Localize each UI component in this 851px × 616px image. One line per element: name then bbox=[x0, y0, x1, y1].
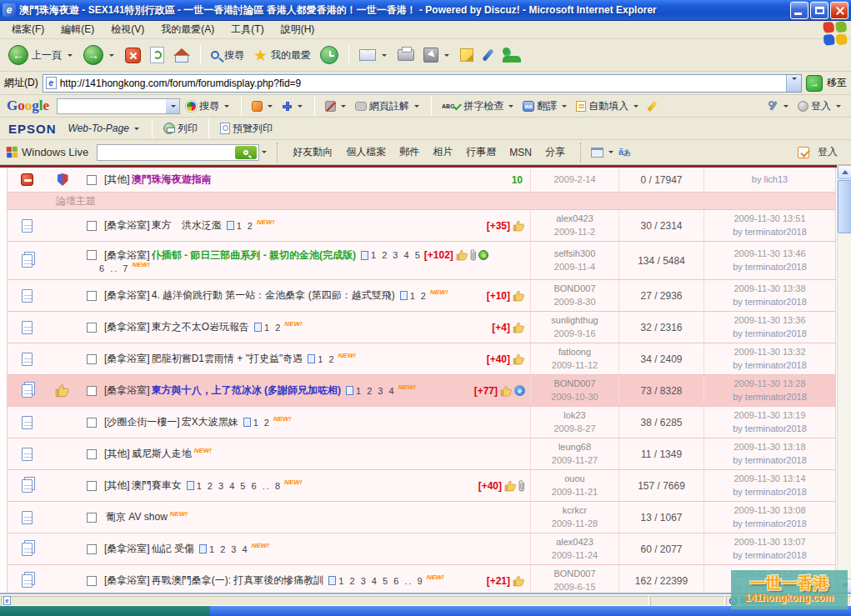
google-bookmarks-button[interactable] bbox=[250, 100, 276, 113]
thread-title-link[interactable]: 澳門珠海夜遊指南 bbox=[132, 173, 212, 187]
thread-title-link[interactable]: 澳門賽車女 bbox=[132, 478, 182, 493]
live-search-button[interactable] bbox=[235, 146, 257, 159]
live-link-mail[interactable]: 郵件 bbox=[399, 145, 419, 159]
thread-author-link[interactable]: selfsih300 bbox=[531, 248, 618, 260]
live-link-calendar[interactable]: 行事曆 bbox=[466, 145, 496, 159]
live-options-button[interactable] bbox=[796, 146, 811, 159]
thread-pages-more[interactable]: 6 .. 7 bbox=[99, 263, 129, 273]
thread-author-link[interactable]: sunlighthug bbox=[531, 314, 618, 327]
thread-checkbox[interactable] bbox=[87, 576, 97, 586]
thread-checkbox[interactable] bbox=[87, 386, 97, 396]
thread-pages[interactable]: 1 2 3 4 bbox=[194, 544, 249, 554]
live-link-photos[interactable]: 相片 bbox=[433, 145, 453, 159]
lastpost-author-link[interactable]: by terminator2018 bbox=[704, 359, 835, 372]
back-button[interactable]: ← 上一頁 bbox=[5, 43, 78, 67]
address-input[interactable]: e http://141hongkong.com/forum/forumdisp… bbox=[43, 74, 802, 93]
google-search-dropdown[interactable] bbox=[166, 99, 179, 113]
note-button[interactable] bbox=[457, 47, 477, 63]
favorites-button[interactable]: ★ 我的最愛 bbox=[250, 47, 314, 64]
web-to-page-button[interactable]: Web-To-Page bbox=[67, 122, 143, 135]
thread-checkbox[interactable] bbox=[87, 291, 97, 301]
thread-checkbox[interactable] bbox=[87, 481, 97, 491]
scroll-up-button[interactable] bbox=[838, 165, 851, 179]
live-link-share[interactable]: 分享 bbox=[545, 145, 565, 159]
thread-pages[interactable]: 1 2 bbox=[222, 221, 254, 231]
menu-tools[interactable]: 工具(T) bbox=[223, 21, 272, 38]
google-search-button[interactable]: 搜尋 bbox=[184, 98, 233, 114]
lastpost-author-link[interactable]: by lich13 bbox=[704, 173, 835, 186]
thread-pages[interactable]: 1 2 3 4 bbox=[341, 386, 396, 396]
go-button[interactable]: → bbox=[806, 75, 823, 92]
lastpost-author-link[interactable]: by terminator2018 bbox=[704, 261, 835, 273]
thread-title-link[interactable]: 肥龍初嘗D1雲雨情 + "打史益"奇遇 bbox=[152, 352, 303, 366]
thread-title-link[interactable]: 東方之不太O岩玩報告 bbox=[152, 320, 249, 334]
thread-checkbox[interactable] bbox=[87, 354, 97, 364]
thread-pages[interactable]: 1 2 bbox=[395, 291, 428, 301]
thread-pages[interactable]: 1 2 bbox=[238, 418, 271, 428]
thread-checkbox[interactable] bbox=[87, 323, 97, 333]
thread-title-link[interactable]: 宏X大波黑妹 bbox=[182, 415, 238, 429]
thread-pages[interactable]: 1 2 bbox=[249, 323, 282, 333]
thread-checkbox[interactable] bbox=[87, 175, 97, 185]
menu-view[interactable]: 檢視(V) bbox=[103, 21, 153, 38]
home-button[interactable] bbox=[170, 47, 193, 64]
lastpost-author-link[interactable]: by terminator2018 bbox=[704, 391, 835, 403]
thread-author-link[interactable]: kcrkcr bbox=[531, 504, 618, 517]
minimize-button[interactable] bbox=[790, 2, 808, 19]
thread-title-link[interactable]: 東方 洪水泛濫 bbox=[152, 218, 222, 233]
lastpost-author-link[interactable]: by terminator2018 bbox=[704, 549, 835, 562]
lastpost-author-link[interactable]: by terminator2018 bbox=[704, 486, 835, 498]
thread-author-link[interactable]: leung68 bbox=[531, 441, 618, 453]
lastpost-author-link[interactable]: by terminator2018 bbox=[704, 518, 835, 530]
vertical-scrollbar[interactable] bbox=[837, 165, 851, 593]
live-search-input[interactable] bbox=[97, 144, 259, 161]
thread-title-link[interactable]: 再戰澳門桑拿(一): 打真軍後的慘痛教訓 bbox=[152, 573, 324, 588]
discuss-button[interactable] bbox=[479, 47, 497, 63]
history-button[interactable] bbox=[317, 44, 342, 66]
sidewiki-button[interactable]: 網頁註解 bbox=[353, 98, 423, 114]
thread-pages[interactable]: 1 2 3 4 5 6 .. 9 bbox=[323, 576, 423, 586]
lastpost-author-link[interactable]: by terminator2018 bbox=[704, 226, 835, 238]
thread-checkbox[interactable] bbox=[87, 250, 97, 260]
edit-button[interactable] bbox=[420, 46, 454, 64]
thread-pages[interactable]: 1 2 3 4 5 bbox=[356, 250, 422, 260]
live-link-profile[interactable]: 個人檔案 bbox=[346, 145, 386, 159]
thread-checkbox[interactable] bbox=[87, 418, 97, 428]
lastpost-author-link[interactable]: by terminator2018 bbox=[704, 454, 835, 467]
popup-blocker-button[interactable] bbox=[323, 100, 349, 113]
windows-taskbar[interactable] bbox=[0, 606, 851, 616]
thread-title-link[interactable]: 威尼斯人走地 bbox=[132, 447, 192, 461]
thread-checkbox[interactable] bbox=[87, 513, 97, 523]
live-translate-button[interactable]: āあ bbox=[617, 146, 633, 159]
live-signin-button[interactable]: 登入 bbox=[818, 145, 838, 159]
google-settings-button[interactable] bbox=[766, 100, 792, 113]
highlighter-button[interactable] bbox=[646, 100, 658, 113]
spellcheck-button[interactable]: ABC 拼字檢查 bbox=[440, 98, 517, 114]
thread-checkbox[interactable] bbox=[87, 544, 97, 554]
live-link-whats-new[interactable]: 好友動向 bbox=[293, 145, 333, 159]
thread-author-link[interactable]: alex0423 bbox=[531, 536, 618, 548]
thread-title-link[interactable]: 4. 越洋偷跳行動 第一站：金池桑拿 (第四節：越式雙飛) bbox=[152, 288, 395, 303]
menu-file[interactable]: 檔案(F) bbox=[3, 21, 53, 38]
lastpost-author-link[interactable]: by terminator2018 bbox=[704, 328, 835, 340]
thread-title-link[interactable]: 葡京 AV show bbox=[106, 510, 168, 524]
close-button[interactable] bbox=[830, 2, 848, 19]
thread-title-link[interactable]: 仙記 受傷 bbox=[152, 542, 194, 556]
thread-checkbox[interactable] bbox=[87, 221, 97, 231]
maximize-button[interactable] bbox=[810, 2, 828, 19]
thread-checkbox[interactable] bbox=[87, 449, 97, 459]
address-dropdown[interactable] bbox=[786, 75, 801, 92]
autofill-button[interactable]: 自動填入 bbox=[574, 98, 642, 114]
google-add-button[interactable] bbox=[280, 100, 306, 113]
mail-button[interactable] bbox=[356, 48, 392, 63]
thread-author-link[interactable]: BOND007 bbox=[531, 283, 618, 295]
messenger-button[interactable] bbox=[499, 46, 526, 64]
thread-author-link[interactable]: alex0423 bbox=[531, 213, 618, 225]
thread-author-link[interactable]: lok23 bbox=[531, 409, 618, 422]
thread-author-link[interactable]: BOND007 bbox=[531, 568, 618, 580]
lastpost-author-link[interactable]: by terminator2018 bbox=[704, 296, 835, 308]
menu-help[interactable]: 說明(H) bbox=[273, 21, 323, 38]
scrollbar-thumb[interactable] bbox=[838, 180, 851, 233]
google-search-input[interactable] bbox=[57, 98, 180, 114]
thread-author-link[interactable]: BOND007 bbox=[531, 378, 618, 390]
